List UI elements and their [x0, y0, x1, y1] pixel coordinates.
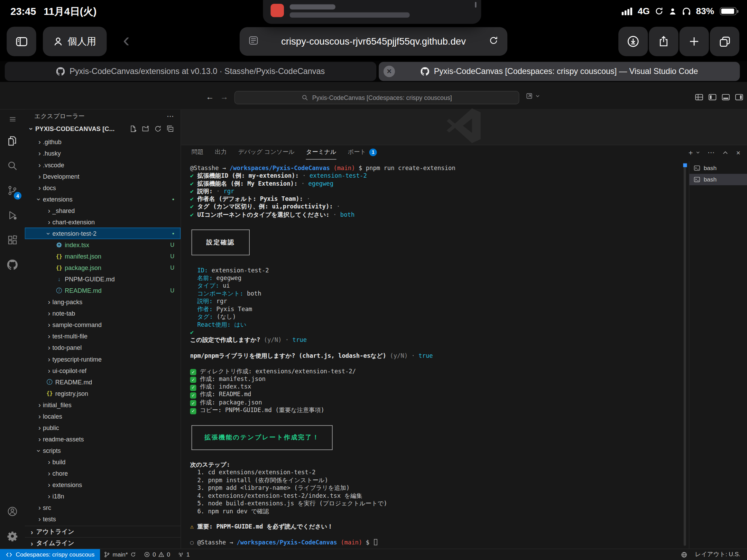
terminal-line: 2. pnpm install (依存関係をインストール): [190, 476, 680, 484]
explorer-section-header[interactable]: › PYXIS-CODECANVAS [C...: [25, 123, 181, 134]
safari-tab[interactable]: Pyxis-CodeCanvas/extensions at v0.13.0 ·…: [5, 62, 376, 81]
tree-item-extensions[interactable]: ›extensions●: [25, 193, 181, 205]
terminal-output[interactable]: @Stasshe → /workspaces/Pyxis-CodeCanvas …: [181, 161, 679, 549]
timeline-section[interactable]: ›タイムライン: [25, 537, 181, 549]
tree-item-_shared[interactable]: ›_shared: [25, 205, 181, 216]
tree-item-registry.json[interactable]: {}registry.json: [25, 388, 181, 399]
toggle-panel-icon[interactable]: [722, 93, 730, 101]
new-window-dropdown[interactable]: [526, 92, 540, 100]
tree-item-Development[interactable]: ›Development: [25, 170, 181, 182]
tree-item-public[interactable]: ›public: [25, 422, 181, 433]
back-button[interactable]: ‹: [114, 27, 138, 56]
close-tab-button[interactable]: ×: [384, 66, 395, 77]
problems-indicator[interactable]: 0 0: [140, 549, 174, 560]
panel-tab-デバッグ コンソール[interactable]: デバッグ コンソール: [238, 145, 295, 159]
customize-layout-icon[interactable]: [695, 93, 703, 101]
search-view-button[interactable]: [0, 153, 25, 178]
tree-item-test-multi-file[interactable]: ›test-multi-file: [25, 330, 181, 342]
notification-tick: [475, 2, 476, 8]
tree-item-build[interactable]: ›build: [25, 456, 181, 468]
terminal-tab-bash[interactable]: bash: [689, 174, 747, 185]
share-button[interactable]: [649, 27, 678, 56]
command-center[interactable]: Pyxis-CodeCanvas [Codespaces: crispy cou…: [234, 91, 519, 104]
terminal-line: ✓ 作成: package.json: [190, 399, 680, 406]
refresh-icon[interactable]: [154, 125, 162, 132]
panel-tab-ポート[interactable]: ポート1: [348, 145, 377, 159]
tree-item-chore[interactable]: ›chore: [25, 468, 181, 479]
tree-item-PNPM-GUIDE.md[interactable]: ↓PNPM-GUIDE.md: [25, 273, 181, 285]
tree-item-index.tsx[interactable]: index.tsxU: [25, 239, 181, 251]
page-settings-icon[interactable]: [248, 35, 259, 48]
tree-item-src[interactable]: ›src: [25, 502, 181, 513]
tree-item-package.json[interactable]: {}package.jsonU: [25, 262, 181, 273]
tree-item-manifest.json[interactable]: {}manifest.jsonU: [25, 251, 181, 262]
panel-tab-問題[interactable]: 問題: [192, 145, 203, 159]
chevron-right-icon: ›: [36, 173, 43, 179]
language-globe-button[interactable]: [677, 549, 691, 560]
tree-item-tests[interactable]: ›tests: [25, 513, 181, 525]
new-terminal-icon[interactable]: ＋: [687, 148, 701, 157]
chevron-right-icon: ›: [36, 401, 43, 408]
maximize-panel-icon[interactable]: [722, 149, 729, 156]
address-bar[interactable]: crispy-couscous-rjvr6545pjjf55qv.github.…: [240, 27, 507, 56]
source-control-view-button[interactable]: 4: [0, 178, 25, 203]
downloads-button[interactable]: [618, 27, 648, 56]
new-folder-icon[interactable]: [142, 125, 149, 132]
panel-tab-ターミナル[interactable]: ターミナル: [306, 145, 336, 159]
panel-tab-出力[interactable]: 出力: [215, 145, 227, 159]
branch-indicator[interactable]: main*: [100, 549, 140, 560]
menu-button[interactable]: [0, 110, 25, 129]
tree-item-todo-panel[interactable]: ›todo-panel: [25, 342, 181, 353]
tree-item-README.md[interactable]: iREADME.md: [25, 376, 181, 388]
tree-item-i18n[interactable]: ›i18n: [25, 491, 181, 502]
run-debug-view-button[interactable]: [0, 203, 25, 228]
tree-item-.vscode[interactable]: ›.vscode: [25, 159, 181, 170]
tree-item-chart-extension[interactable]: ›chart-extension: [25, 216, 181, 227]
tree-item-locales[interactable]: ›locales: [25, 410, 181, 422]
collapse-folders-icon[interactable]: [167, 125, 174, 132]
tab-overview-button[interactable]: [710, 27, 739, 56]
tree-item-label: README.md: [65, 287, 101, 294]
terminal-tab-bash[interactable]: bash: [689, 162, 747, 174]
sync-icon[interactable]: [130, 551, 137, 558]
toggle-sidebar-icon[interactable]: [708, 93, 716, 101]
safari-tab[interactable]: ×Pyxis-CodeCanvas [Codespaces: crispy co…: [379, 62, 740, 81]
tree-item-label: src: [43, 504, 51, 511]
tree-item-ui-copilot-ref[interactable]: ›ui-copilot-ref: [25, 365, 181, 376]
terminal-scrollbar[interactable]: [684, 164, 686, 545]
settings-button[interactable]: [0, 524, 25, 549]
explorer-view-button[interactable]: [0, 129, 25, 153]
keyboard-layout-indicator[interactable]: レイアウト: U.S.: [691, 549, 747, 560]
tree-item-extension-test-2[interactable]: ›extension-test-2●: [25, 227, 181, 239]
nav-forward-icon[interactable]: →: [220, 92, 228, 102]
toggle-secondary-sidebar-icon[interactable]: [735, 93, 743, 101]
tree-item-lang-packs[interactable]: ›lang-packs: [25, 296, 181, 308]
tree-item-extensions[interactable]: ›extensions: [25, 479, 181, 491]
new-file-icon[interactable]: [130, 125, 137, 132]
ports-indicator[interactable]: 1: [174, 549, 193, 560]
tree-item-sample-command[interactable]: ›sample-command: [25, 319, 181, 330]
outline-section[interactable]: ›アウトライン: [25, 526, 181, 537]
notification-banner[interactable]: [263, 0, 481, 24]
accounts-button[interactable]: [0, 499, 25, 524]
nav-back-icon[interactable]: ←: [206, 92, 214, 102]
tree-item-.github[interactable]: ›.github: [25, 136, 181, 148]
remote-indicator[interactable]: Codespaces: crispy couscous: [0, 549, 100, 560]
close-panel-icon[interactable]: ×: [736, 148, 740, 156]
sidebar-toggle-button[interactable]: [7, 27, 36, 56]
reload-icon[interactable]: [488, 35, 499, 48]
tree-item-scripts[interactable]: ›scripts: [25, 445, 181, 456]
panel-more-actions-icon[interactable]: ⋯: [708, 148, 715, 157]
new-tab-button[interactable]: [679, 27, 709, 56]
profile-button[interactable]: 個人用: [43, 27, 107, 56]
tree-item-typescript-runtime[interactable]: ›typescript-runtime: [25, 353, 181, 365]
tree-item-readme-assets[interactable]: ›readme-assets: [25, 433, 181, 445]
tree-item-README.md[interactable]: iREADME.mdU: [25, 285, 181, 296]
github-view-button[interactable]: [0, 252, 25, 277]
tree-item-initial_files[interactable]: ›initial_files: [25, 399, 181, 410]
tree-item-note-tab[interactable]: ›note-tab: [25, 308, 181, 319]
tree-item-docs[interactable]: ›docs: [25, 182, 181, 193]
tree-item-.husky[interactable]: ›.husky: [25, 148, 181, 159]
views-more-actions-icon[interactable]: ⋯: [167, 112, 174, 121]
extensions-view-button[interactable]: [0, 227, 25, 252]
